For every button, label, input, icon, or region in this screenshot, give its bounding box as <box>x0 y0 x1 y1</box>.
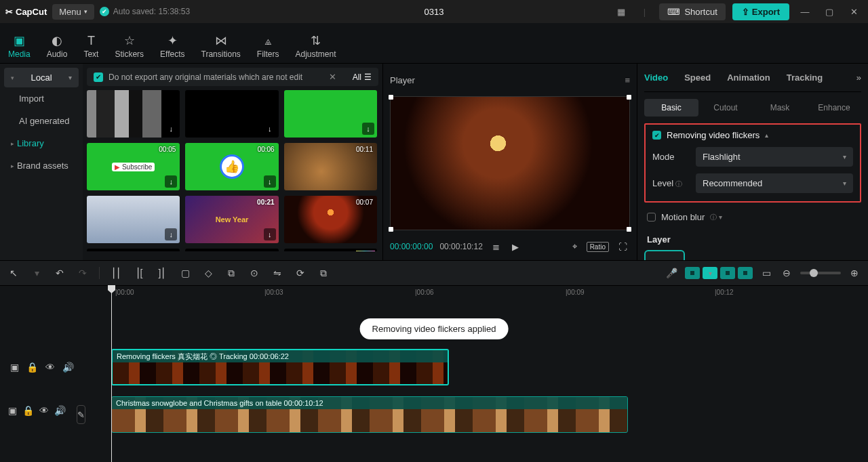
clip-christmas[interactable]: Christmas snowglobe and Christmas gifts … <box>111 396 628 433</box>
download-icon[interactable]: ↓ <box>264 175 276 188</box>
download-icon[interactable]: ↓ <box>264 228 276 240</box>
media-thumb[interactable]: 00:28 <box>87 249 180 251</box>
media-thumb[interactable]: 00:05Subscribe↓ <box>87 143 180 190</box>
prop-tab-animation[interactable]: Animation <box>727 72 770 83</box>
magnet-4[interactable] <box>738 267 753 279</box>
shortcut-button[interactable]: ⌨ Shortcut <box>659 3 725 20</box>
track-lock-icon[interactable]: 🔒 <box>22 405 34 424</box>
media-thumb[interactable]: 00:07 <box>284 196 377 243</box>
flicker-checkbox[interactable]: ✔ <box>652 131 661 140</box>
track-edit-icon[interactable]: ✎ <box>77 405 85 424</box>
filter-all[interactable]: All ☰ <box>347 72 372 82</box>
subtab-cutout[interactable]: Cutout <box>698 99 753 117</box>
play-button[interactable]: ▶ <box>509 242 521 252</box>
sidebar-item-brand[interactable]: ▸Brand assets <box>4 154 79 177</box>
tab-text[interactable]: TText <box>83 33 98 63</box>
sidebar-item-local[interactable]: ▾Local <box>4 68 79 87</box>
timeline[interactable]: |00:00|00:03|00:06|00:09|00:12 Removing … <box>0 286 868 462</box>
split-tool[interactable]: ⎮⎮ <box>109 268 123 278</box>
track-eye-icon[interactable]: 👁 <box>44 362 57 373</box>
tab-filters[interactable]: ⟁Filters <box>257 33 279 63</box>
zoom-out-icon[interactable]: ⊖ <box>780 268 793 278</box>
collapse-icon[interactable]: ▴ <box>765 131 768 139</box>
motion-blur-row[interactable]: Motion blurⓘ ▾ <box>644 208 861 226</box>
menu-button[interactable]: Menu <box>52 4 94 20</box>
resize-handle[interactable] <box>627 227 631 232</box>
focus-icon[interactable]: ⌖ <box>570 241 580 252</box>
mode-select[interactable]: Flashlight <box>696 147 853 167</box>
tab-media[interactable]: ▣Media <box>8 33 31 63</box>
cursor-tool[interactable]: ↖ <box>7 268 20 278</box>
tab-audio[interactable]: ◐Audio <box>47 33 68 63</box>
magnet-1[interactable] <box>685 267 700 279</box>
download-icon[interactable]: ↓ <box>165 228 177 240</box>
sidebar-item-ai[interactable]: AI generated <box>4 110 79 132</box>
download-icon[interactable]: ↓ <box>165 175 177 188</box>
media-thumb[interactable]: ↓ <box>284 90 377 138</box>
download-icon[interactable]: ↓ <box>362 123 374 135</box>
track-mute-icon[interactable]: 🔊 <box>54 405 66 424</box>
subtab-enhance[interactable]: Enhance <box>807 99 861 117</box>
layer-chip[interactable]: 1 <box>644 250 685 260</box>
track-lock-icon[interactable]: 🔒 <box>26 362 39 373</box>
player-menu-icon[interactable]: ≡ <box>625 75 630 85</box>
cursor-dropdown[interactable]: ▾ <box>30 268 43 278</box>
media-thumb[interactable]: 00:01 <box>284 249 377 251</box>
subtab-basic[interactable]: Basic <box>644 99 698 117</box>
tab-adjustment[interactable]: ⇅Adjustment <box>295 33 336 63</box>
playhead[interactable] <box>111 286 112 462</box>
marker-tool[interactable]: ◇ <box>201 268 215 278</box>
media-thumb[interactable]: ↓ <box>87 90 180 138</box>
tab-effects[interactable]: ✦Effects <box>160 33 184 63</box>
more-tabs-icon[interactable]: » <box>856 72 861 83</box>
magnet-2[interactable] <box>703 267 717 279</box>
clip-flickers[interactable]: Removing flickers 真实烟花 ◎ Tracking 00:00:… <box>111 349 449 385</box>
sidebar-item-import[interactable]: Import <box>4 87 79 110</box>
mic-icon[interactable]: 🎤 <box>665 268 678 278</box>
track-expand-icon[interactable]: ▣ <box>8 405 17 424</box>
preview-mode-icon[interactable]: ▭ <box>760 268 773 278</box>
download-icon[interactable]: ↓ <box>165 123 177 135</box>
media-thumb[interactable]: 00:06👍↓ <box>185 143 278 190</box>
crop2-tool[interactable]: ⧉ <box>317 268 330 279</box>
prop-tab-video[interactable]: Video <box>644 72 668 83</box>
media-thumb[interactable]: 00:04 <box>185 249 278 251</box>
notice-close[interactable]: ✕ <box>323 72 342 82</box>
crop-tool[interactable]: ▢ <box>178 268 192 278</box>
download-icon[interactable]: ↓ <box>264 123 276 135</box>
fullscreen-icon[interactable]: ⛶ <box>616 242 630 252</box>
maximize-button[interactable]: ▢ <box>821 7 838 17</box>
level-select[interactable]: Recommended <box>696 173 853 193</box>
media-thumb[interactable]: 00:11 <box>284 143 377 190</box>
zoom-in-icon[interactable]: ⊕ <box>848 268 861 278</box>
tab-stickers[interactable]: ☆Stickers <box>115 33 144 63</box>
media-thumb[interactable]: ↓ <box>185 90 278 138</box>
magnet-3[interactable] <box>720 267 735 279</box>
prop-tab-tracking[interactable]: Tracking <box>787 72 823 83</box>
split-right-tool[interactable]: ]⎮ <box>155 268 169 278</box>
zoom-slider[interactable] <box>800 272 841 274</box>
track-expand-icon[interactable]: ▣ <box>8 362 21 373</box>
split-left-tool[interactable]: ⎮[ <box>132 268 146 278</box>
time-ruler[interactable]: |00:00|00:03|00:06|00:09|00:12 <box>0 286 868 301</box>
export-button[interactable]: ⇪ Export <box>732 3 789 20</box>
media-thumb[interactable]: 00:21New Year↓ <box>185 196 278 243</box>
media-thumb[interactable]: ↓ <box>87 196 180 243</box>
track-mute-icon[interactable]: 🔊 <box>62 362 75 373</box>
minimize-button[interactable]: — <box>796 7 814 17</box>
resize-handle[interactable] <box>389 227 393 232</box>
rotate-tool[interactable]: ⟳ <box>294 268 307 278</box>
ratio-button[interactable]: Ratio <box>587 242 609 252</box>
resize-handle[interactable] <box>627 95 631 100</box>
redo-button[interactable]: ↷ <box>76 268 90 278</box>
layout-icon[interactable]: ▦ <box>613 7 629 17</box>
frames-tool[interactable]: ⧉ <box>224 268 238 279</box>
resize-handle[interactable] <box>389 95 393 100</box>
subtab-mask[interactable]: Mask <box>753 99 807 117</box>
tab-transitions[interactable]: ⋈Transitions <box>201 33 241 63</box>
undo-button[interactable]: ↶ <box>53 268 66 278</box>
track-eye-icon[interactable]: 👁 <box>39 405 49 424</box>
motion-checkbox[interactable] <box>647 213 656 222</box>
close-button[interactable]: ✕ <box>845 7 863 17</box>
list-icon[interactable]: ≣ <box>490 242 502 252</box>
